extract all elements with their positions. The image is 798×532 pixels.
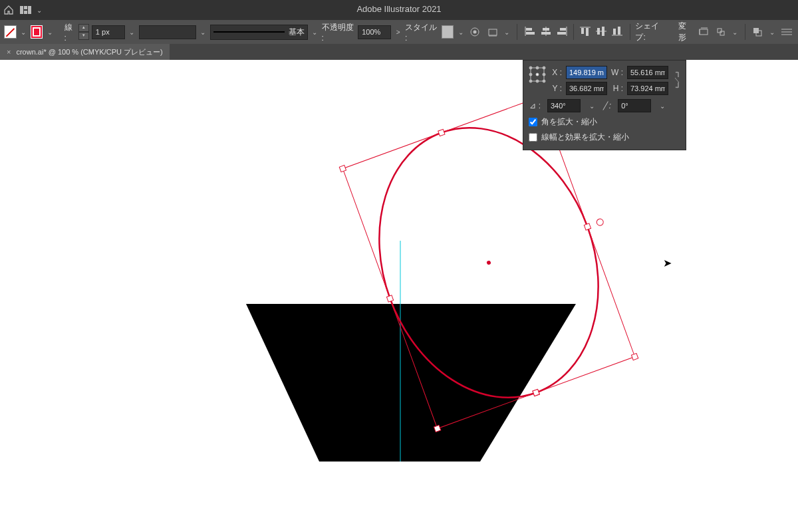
align-to-icon[interactable]	[485, 24, 499, 40]
svg-point-58	[529, 80, 532, 82]
w-label: W :	[611, 68, 623, 77]
svg-point-57	[543, 73, 545, 76]
brush-basic-label: 基本	[289, 27, 305, 38]
angle-label: ⊿ :	[529, 101, 541, 110]
var-width-profile[interactable]	[139, 25, 196, 39]
svg-point-40	[486, 260, 491, 265]
document-tab-bar: × crown.ai* @ 100 % (CMYK/CPU プレビュー)	[0, 44, 798, 60]
y-label: Y :	[550, 84, 562, 93]
document-tab-label: crown.ai* @ 100 % (CMYK/CPU プレビュー)	[16, 47, 162, 57]
canvas[interactable]: ➤ X : W : Y :	[0, 60, 798, 532]
align-buttons	[523, 24, 624, 40]
edit-group-icon[interactable]	[714, 24, 728, 40]
separator	[745, 24, 745, 40]
transform-panel: X : W : Y : H : ⊿ : ⌄ ⧸ :	[523, 60, 686, 150]
stroke-dropdown[interactable]: ⌄	[45, 25, 54, 39]
scale-corners-input[interactable]	[529, 118, 537, 126]
cursor-icon: ➤	[663, 257, 672, 269]
h-input[interactable]	[627, 82, 668, 95]
menu-bar: ⌄ Adobe Illustrator 2021	[0, 0, 798, 20]
style-dropdown[interactable]: ⌄	[456, 25, 465, 39]
w-input[interactable]	[627, 66, 668, 79]
scale-strokes-label: 線幅と効果を拡大・縮小	[541, 132, 629, 143]
link-icon[interactable]	[672, 66, 682, 94]
svg-rect-24	[613, 29, 616, 35]
svg-rect-43	[438, 129, 445, 136]
stroke-stepper[interactable]: ▴▾	[78, 24, 89, 40]
angle-dropdown[interactable]: ⌄	[587, 99, 597, 112]
svg-point-53	[536, 66, 539, 69]
h-label: H :	[611, 84, 623, 93]
layout-dropdown[interactable]: ⌄	[35, 3, 44, 17]
align-right-icon[interactable]	[555, 24, 569, 39]
separator	[573, 24, 574, 40]
y-input[interactable]	[566, 82, 607, 95]
svg-point-60	[543, 80, 545, 82]
svg-rect-13	[541, 32, 551, 35]
svg-point-55	[529, 73, 532, 76]
svg-rect-15	[560, 28, 566, 31]
skew-icon: ⧸ :	[603, 100, 611, 111]
home-icon[interactable]	[0, 0, 17, 20]
style-swatch[interactable]	[442, 25, 454, 39]
style-label: スタイル :	[405, 22, 439, 43]
stroke-weight-dropdown[interactable]: ⌄	[128, 25, 136, 39]
angle-input[interactable]	[547, 99, 581, 112]
opacity-label: 不透明度 :	[322, 22, 356, 43]
svg-line-61	[675, 78, 679, 82]
align-vcenter-icon[interactable]	[594, 24, 608, 39]
document-tab[interactable]: × crown.ai* @ 100 % (CMYK/CPU プレビュー)	[0, 44, 170, 60]
svg-rect-18	[581, 28, 584, 34]
svg-rect-26	[700, 29, 708, 35]
svg-rect-45	[386, 295, 393, 302]
svg-rect-19	[586, 28, 589, 36]
var-width-dropdown[interactable]: ⌄	[199, 25, 207, 39]
control-bar: ⌄ ⌄ 線 : ▴▾ ⌄ ⌄ 基本 ⌄ 不透明度 : > スタイル : ⌄ ⌄ …	[0, 20, 798, 44]
scale-corners-checkbox[interactable]: 角を拡大・縮小	[529, 116, 680, 128]
align-bottom-icon[interactable]	[610, 24, 624, 39]
skew-dropdown[interactable]: ⌄	[658, 99, 667, 112]
align-left-icon[interactable]	[523, 24, 537, 39]
align-to-dropdown[interactable]: ⌄	[503, 25, 511, 39]
edit-group-dropdown[interactable]: ⌄	[731, 25, 739, 39]
brush-line-icon	[213, 31, 285, 33]
align-hcenter-icon[interactable]	[539, 24, 553, 39]
reference-point-icon[interactable]	[529, 66, 546, 83]
svg-point-5	[473, 31, 477, 34]
close-tab-icon[interactable]: ×	[7, 48, 11, 56]
shape-label: シェイプ:	[635, 21, 666, 43]
svg-rect-22	[602, 27, 604, 36]
svg-rect-16	[557, 32, 566, 35]
svg-rect-6	[489, 29, 497, 35]
stroke-swatch[interactable]	[31, 25, 43, 39]
app-title: Adobe Illustrator 2021	[0, 4, 798, 14]
svg-marker-36	[246, 304, 576, 462]
x-label: X :	[550, 68, 562, 77]
svg-rect-49	[631, 353, 638, 360]
layout-icon[interactable]	[17, 0, 35, 20]
svg-rect-1	[24, 6, 27, 9]
svg-point-50	[596, 218, 604, 227]
list-icon[interactable]	[779, 24, 794, 40]
x-input[interactable]	[566, 66, 607, 79]
isolate-icon[interactable]	[696, 24, 710, 40]
brush-dropdown[interactable]: ⌄	[311, 25, 319, 39]
scale-strokes-input[interactable]	[529, 133, 537, 142]
stroke-weight-input[interactable]	[92, 25, 125, 39]
fill-swatch[interactable]	[4, 25, 17, 39]
arrange-icon[interactable]	[751, 24, 765, 40]
brush-preview[interactable]: 基本	[210, 25, 308, 40]
opacity-input[interactable]	[358, 25, 391, 39]
scale-strokes-checkbox[interactable]: 線幅と効果を拡大・縮小	[529, 132, 680, 143]
transform-label[interactable]: 変形	[678, 21, 693, 43]
svg-point-56	[536, 73, 539, 76]
align-top-icon[interactable]	[578, 24, 593, 39]
svg-rect-12	[543, 28, 549, 31]
recolor-icon[interactable]	[467, 24, 482, 40]
skew-input[interactable]	[618, 99, 651, 112]
svg-rect-2	[24, 11, 27, 14]
opacity-dropdown[interactable]: >	[394, 25, 402, 39]
svg-rect-42	[339, 165, 346, 172]
fill-dropdown[interactable]: ⌄	[19, 25, 28, 39]
arrange-dropdown[interactable]: ⌄	[768, 25, 777, 39]
